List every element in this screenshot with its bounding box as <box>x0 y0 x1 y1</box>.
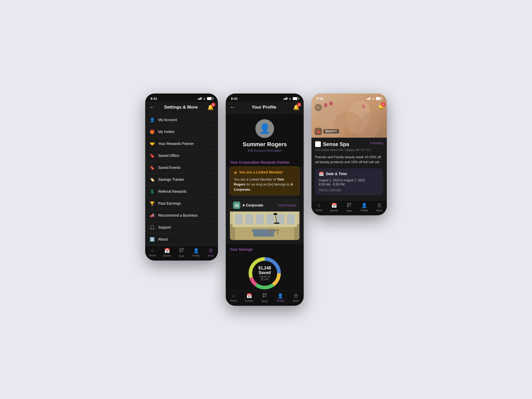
partner-card-header: 🏢 A Corporate Visit Partner <box>230 199 300 211</box>
tab-profile-2[interactable]: 👤 Profile <box>272 293 288 303</box>
tab-profile-1[interactable]: 👤 Profile <box>189 248 203 257</box>
menu-item-my-account[interactable]: 👤 My Account › <box>145 114 218 126</box>
tab-events-2[interactable]: 📅 Events <box>241 293 257 303</box>
referral-rewards-icon: 💲 <box>149 189 155 194</box>
tab-more-1[interactable]: ☰ More <box>203 248 218 257</box>
notification-button-2[interactable]: 🔔 2 <box>293 104 300 110</box>
wifi-icon-1: ▲ <box>203 97 206 100</box>
spa-back-button[interactable]: ← <box>315 104 322 111</box>
status-bar-2: 9:41 ▲ <box>226 94 304 102</box>
profile-tab-icon-1: 👤 <box>193 248 199 254</box>
svg-rect-38 <box>266 294 266 294</box>
spa-notification-button[interactable]: 🔔 2 <box>378 104 384 111</box>
notification-button-1[interactable]: 🔔 2 <box>207 104 214 110</box>
status-time-2: 9:41 <box>231 97 238 101</box>
svg-rect-19 <box>287 214 295 224</box>
visit-partner-link[interactable]: Visit Partner <box>278 203 296 207</box>
tab-home-2[interactable]: ⌂ Home <box>226 293 241 303</box>
scan-tab-icon-2 <box>262 293 267 299</box>
bookmark-button[interactable]: 🔖 <box>315 128 322 135</box>
referral-rewards-chevron: › <box>212 189 214 194</box>
settings-title: Settings & More <box>164 105 198 110</box>
tab-events-1[interactable]: 📅 Events <box>160 248 174 257</box>
linked-member-header: ◈ You are a Linked Member <box>234 170 296 175</box>
referral-rewards-label: Referral Rewards <box>158 189 212 194</box>
menu-item-rewards-partner[interactable]: 🤝 Your Rewards Partner › <box>145 138 218 150</box>
svg-rect-14 <box>235 214 243 224</box>
phone-profile: 9:41 ▲ ← Your Profile 🔔 2 <box>226 94 304 306</box>
tab-bar-3: ⌂ Home 📅 Events <box>311 200 387 215</box>
following-button[interactable]: Following <box>370 141 383 145</box>
calendar-icon: 📅 <box>319 171 324 176</box>
menu-item-support[interactable]: 🎧 Support › <box>145 222 218 234</box>
donut-container: $1,248 Saved Valued at $5,445 <box>230 255 300 291</box>
signal-bar-4 <box>201 97 202 100</box>
status-icons-2: ▲ <box>283 97 298 100</box>
notification-badge-2: 2 <box>297 103 301 107</box>
saved-events-label: Saved Events <box>158 165 212 170</box>
events-tab-label-1: Events <box>163 254 171 257</box>
profile-name: Summer Rogers <box>243 141 287 148</box>
menu-item-saved-offers[interactable]: 🔖 Saved Offers › <box>145 150 218 162</box>
svg-rect-42 <box>265 296 266 297</box>
menu-item-recommend[interactable]: 📣 Recommend a Business › <box>145 210 218 222</box>
tab-scan-2[interactable]: Scan <box>257 293 272 303</box>
spa-address: 333 Centre Street SW, Calgary, AB T2T 1C… <box>315 148 383 151</box>
date-time-range: 8:30 AM - 6:30 PM <box>319 183 380 186</box>
svg-rect-40 <box>265 296 266 296</box>
partner-image <box>230 211 300 240</box>
events-tab-icon-2: 📅 <box>246 293 252 299</box>
back-button-1[interactable]: ← <box>149 104 155 110</box>
tab-events-3[interactable]: 📅 Events <box>327 203 342 212</box>
menu-item-about[interactable]: ℹ️ About › <box>145 234 218 245</box>
linked-member-body: You are a Linked Member of Tom Rogers fo… <box>234 177 296 192</box>
svg-rect-8 <box>182 251 183 252</box>
home-tab-label-2: Home <box>230 299 237 302</box>
linked-body-pre: You are a Linked Member of <box>234 177 277 181</box>
menu-item-referral-rewards[interactable]: 💲 Referral Rewards › <box>145 186 218 198</box>
tab-home-3[interactable]: ⌂ Home <box>311 203 327 212</box>
my-account-label: My Account <box>158 118 212 122</box>
menu-item-savings-tracker[interactable]: 🏷️ Savings Tracker › <box>145 174 218 186</box>
svg-rect-4 <box>183 249 183 249</box>
status-bar-1: 9:41 ▲ <box>145 94 218 102</box>
menu-item-saved-events[interactable]: 🔖 Saved Events › <box>145 162 218 174</box>
svg-rect-55 <box>348 203 348 204</box>
events-tab-label-3: Events <box>330 209 338 212</box>
status-time-3: 9:41 <box>317 97 323 101</box>
recommend-label: Recommend a Business <box>158 213 212 217</box>
scan-tab-icon-1 <box>179 248 184 254</box>
svg-rect-27 <box>277 231 278 235</box>
tab-profile-3[interactable]: 👤 Profile <box>357 203 372 212</box>
tab-home-1[interactable]: ⌂ Home <box>145 248 160 257</box>
more-tab-label-2: More <box>293 300 299 302</box>
avatar: 👤 <box>255 119 274 138</box>
partner-logo: 🏢 <box>233 202 240 209</box>
tab-scan-1[interactable]: Scan <box>174 248 189 257</box>
about-label: About <box>158 237 212 241</box>
tab-more-3[interactable]: ☰ More <box>372 203 387 212</box>
donut-sub: Valued at $5,445 <box>256 275 274 281</box>
tab-scan-3[interactable]: Scan <box>342 203 357 212</box>
savings-tracker-icon: 🏷️ <box>149 177 155 182</box>
date-time-card: 📅 Date & Time August 1, 2023 to August 7… <box>315 168 383 195</box>
back-button-2[interactable]: ← <box>230 104 235 110</box>
tab-more-2[interactable]: ☰ More <box>288 293 304 303</box>
signal-bar-3 <box>200 98 201 100</box>
add-to-calendar-link[interactable]: Add to Calendar <box>319 188 380 192</box>
menu-item-past-earnings[interactable]: 🏆 Past Earnings › <box>145 198 218 210</box>
events-tab-icon-1: 📅 <box>164 248 170 254</box>
more-tab-icon-2: ☰ <box>294 293 298 299</box>
spa-right-buttons: 🔔 2 <box>378 104 384 111</box>
beauty-tag: BEAUTY <box>323 129 339 134</box>
svg-point-22 <box>273 213 277 215</box>
support-chevron: › <box>212 225 214 229</box>
donut-center-text: $1,248 Saved Valued at $5,445 <box>256 266 274 281</box>
rewards-partner-chevron: › <box>212 142 214 146</box>
edit-account-link[interactable]: Edit Account Information <box>248 149 282 152</box>
svg-rect-56 <box>350 203 351 204</box>
savings-tracker-label: Savings Tracker <box>158 177 212 182</box>
my-account-chevron: › <box>212 118 214 122</box>
menu-item-my-invites[interactable]: 🎁 My Invites › <box>145 126 218 138</box>
date-range: August 1, 2023 to August 7, 2023 <box>319 178 380 182</box>
